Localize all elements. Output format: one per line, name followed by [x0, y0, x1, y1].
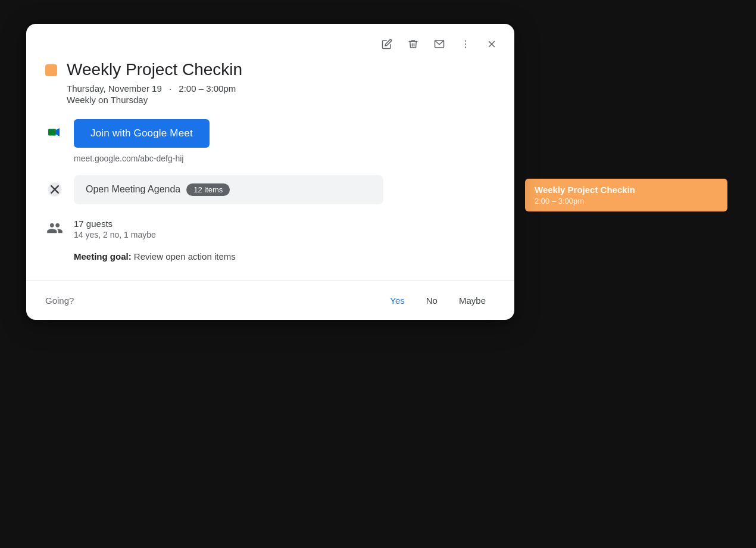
guests-icon-wrap [45, 220, 64, 236]
close-button[interactable] [481, 33, 502, 55]
going-label: Going? [45, 295, 74, 306]
open-agenda-button[interactable]: Open Meeting Agenda 12 items [74, 175, 383, 204]
agenda-label: Open Meeting Agenda [86, 184, 180, 195]
guests-info: 17 guests 14 yes, 2 no, 1 maybe [74, 219, 156, 239]
event-time: 2:00 – 3:00pm [179, 83, 236, 94]
event-header: Weekly Project Checkin Thursday, Novembe… [45, 60, 495, 105]
meet-link: meet.google.com/abc-defg-hij [74, 154, 210, 163]
agenda-items-badge: 12 items [186, 183, 230, 196]
calendar-event-chip[interactable]: Weekly Project Checkin 2:00 – 3:00pm [525, 179, 727, 211]
agenda-icon [46, 181, 63, 198]
edit-button[interactable] [376, 33, 398, 55]
more-options-button[interactable] [455, 33, 476, 55]
delete-icon [408, 39, 418, 49]
meeting-goal-label: Meeting goal: [74, 251, 132, 261]
event-datetime: Thursday, November 19 · 2:00 – 3:00pm [67, 83, 242, 94]
event-title: Weekly Project Checkin [67, 60, 242, 80]
svg-point-1 [465, 41, 466, 42]
toolbar [26, 24, 514, 60]
google-meet-icon [45, 122, 64, 143]
join-meet-button[interactable]: Join with Google Meet [74, 119, 210, 148]
close-icon [486, 39, 497, 49]
guests-count: 17 guests [74, 219, 156, 229]
guests-icon [46, 220, 63, 236]
email-button[interactable] [429, 33, 450, 55]
rsvp-maybe-button[interactable]: Maybe [449, 291, 495, 310]
agenda-section: Open Meeting Agenda 12 items [45, 175, 495, 204]
meet-icon-wrap [45, 122, 64, 143]
svg-point-2 [465, 43, 466, 45]
agenda-icon-wrap [45, 181, 64, 198]
edit-icon [382, 39, 392, 49]
event-recurrence: Weekly on Thursday [67, 95, 242, 105]
svg-point-3 [465, 46, 466, 48]
dot-separator: · [169, 83, 171, 94]
email-icon [434, 39, 445, 49]
event-popup: Weekly Project Checkin Thursday, Novembe… [26, 24, 514, 320]
event-title-block: Weekly Project Checkin Thursday, Novembe… [67, 60, 242, 105]
event-date: Thursday, November 19 [67, 83, 162, 94]
popup-content: Weekly Project Checkin Thursday, Novembe… [26, 60, 514, 281]
meeting-goal-text: Review open action items [132, 251, 236, 261]
rsvp-no-button[interactable]: No [417, 291, 447, 310]
guests-rsvp: 14 yes, 2 no, 1 maybe [74, 230, 156, 239]
rsvp-buttons: Yes No Maybe [380, 291, 495, 310]
chip-title: Weekly Project Checkin [535, 185, 718, 195]
footer: Going? Yes No Maybe [26, 281, 514, 320]
meet-content: Join with Google Meet meet.google.com/ab… [74, 119, 210, 163]
chip-time: 2:00 – 3:00pm [535, 197, 718, 206]
delete-button[interactable] [402, 33, 424, 55]
rsvp-yes-button[interactable]: Yes [380, 291, 414, 310]
meet-section: Join with Google Meet meet.google.com/ab… [45, 119, 495, 163]
guests-section: 17 guests 14 yes, 2 no, 1 maybe [45, 219, 495, 239]
event-color-indicator [45, 64, 57, 76]
meeting-goal: Meeting goal: Review open action items [74, 251, 495, 261]
more-options-icon [460, 39, 471, 49]
